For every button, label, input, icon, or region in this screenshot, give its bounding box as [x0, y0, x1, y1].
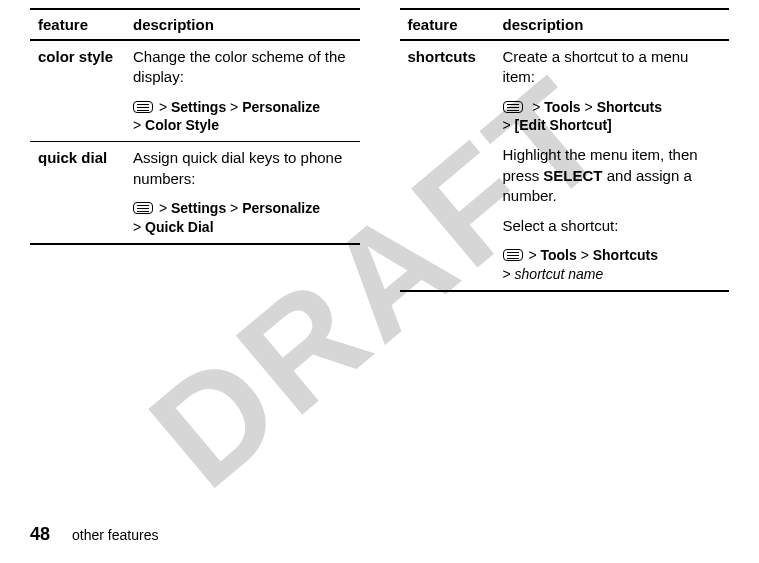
path-part-variable: shortcut name	[515, 266, 604, 282]
menu-key-icon	[133, 101, 153, 113]
right-features-table: feature description shortcuts Create a s…	[400, 8, 730, 292]
path-part: Settings	[171, 200, 226, 216]
feature-cell: quick dial	[30, 142, 125, 244]
path-part: Tools	[544, 99, 580, 115]
right-column: feature description shortcuts Create a s…	[400, 8, 730, 292]
desc-text: Change the color scheme of the display:	[133, 48, 346, 85]
path-part: Quick Dial	[145, 219, 213, 235]
nav-path: > Settings > Personalize > Quick Dial	[133, 199, 352, 237]
nav-path: > Settings > Personalize > Color Style	[133, 98, 352, 136]
path-part: Shortcuts	[593, 247, 658, 263]
table-row: shortcuts Create a shortcut to a menu it…	[400, 40, 730, 291]
path-part: [Edit Shortcut]	[515, 117, 612, 133]
instruction-text: Select a shortcut:	[503, 216, 722, 236]
select-key-label: SELECT	[543, 167, 602, 184]
left-features-table: feature description color style Change t…	[30, 8, 360, 245]
col-header-feature: feature	[30, 9, 125, 40]
path-part: Shortcuts	[597, 99, 662, 115]
menu-key-icon	[133, 202, 153, 214]
path-part: Personalize	[242, 99, 320, 115]
section-title: other features	[72, 527, 158, 543]
path-part: Settings	[171, 99, 226, 115]
page-content: feature description color style Change t…	[0, 0, 759, 292]
menu-key-icon	[503, 101, 523, 113]
description-cell: Assign quick dial keys to phone numbers:…	[125, 142, 360, 244]
feature-cell: shortcuts	[400, 40, 495, 291]
path-part: Color Style	[145, 117, 219, 133]
path-part: Personalize	[242, 200, 320, 216]
nav-path: > Tools > Shortcuts > shortcut name	[503, 246, 722, 284]
desc-text: Assign quick dial keys to phone numbers:	[133, 149, 342, 186]
menu-key-icon	[503, 249, 523, 261]
nav-path: > Tools > Shortcuts > [Edit Shortcut]	[503, 98, 722, 136]
col-header-description: description	[125, 9, 360, 40]
desc-text: Create a shortcut to a menu item:	[503, 48, 689, 85]
description-cell: Create a shortcut to a menu item: > Tool…	[495, 40, 730, 291]
instruction-text: Highlight the menu item, then press SELE…	[503, 145, 722, 206]
page-number: 48	[30, 524, 50, 545]
col-header-description: description	[495, 9, 730, 40]
table-row: color style Change the color scheme of t…	[30, 40, 360, 142]
col-header-feature: feature	[400, 9, 495, 40]
table-row: quick dial Assign quick dial keys to pho…	[30, 142, 360, 244]
description-cell: Change the color scheme of the display: …	[125, 40, 360, 142]
feature-cell: color style	[30, 40, 125, 142]
path-part: Tools	[540, 247, 576, 263]
page-footer: 48 other features	[30, 524, 158, 545]
left-column: feature description color style Change t…	[30, 8, 360, 292]
